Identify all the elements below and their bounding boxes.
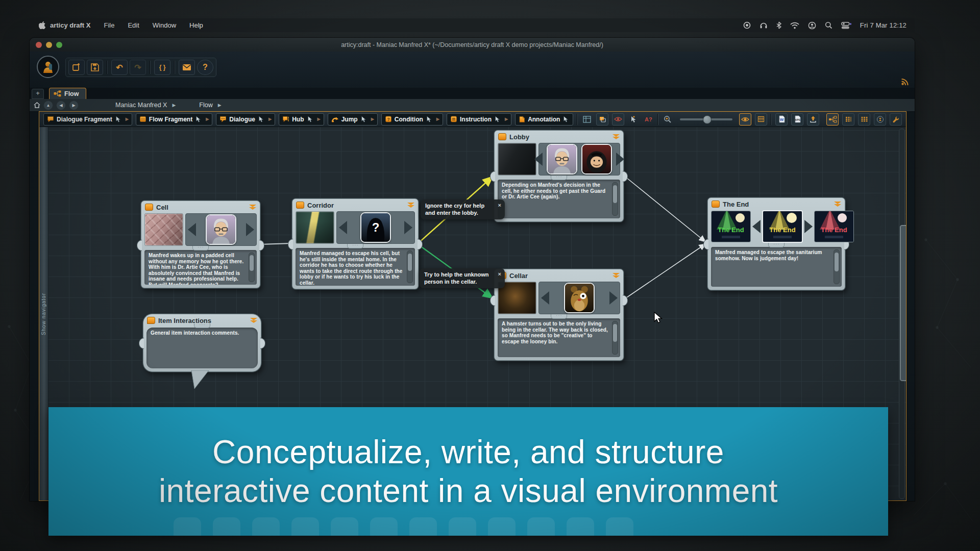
input-pin[interactable] [703, 239, 708, 250]
collapse-chevron-icon[interactable] [250, 318, 258, 323]
help-button[interactable]: ? [197, 60, 213, 75]
grid-large-icon[interactable] [858, 113, 870, 126]
save-button[interactable] [87, 60, 103, 75]
focus-mode-icon[interactable] [739, 113, 751, 126]
flow-node-cellar[interactable]: Cellar · · · [494, 269, 624, 361]
minimize-window-button[interactable] [46, 42, 52, 48]
control-center-icon[interactable] [841, 22, 851, 29]
navigator-collapsed-strip[interactable]: Show navigator [39, 127, 48, 500]
close-window-button[interactable] [36, 42, 42, 48]
collapse-chevron-icon[interactable] [249, 205, 257, 210]
palette-condition-button[interactable]: ? Condition ▶ [381, 113, 443, 126]
node-scrollbar[interactable] [407, 251, 413, 283]
portrait-hamster[interactable] [564, 283, 595, 313]
palette-dropdown-icon[interactable]: ▶ [268, 117, 272, 121]
close-icon[interactable]: × [498, 271, 501, 278]
user-account-icon[interactable] [808, 21, 816, 30]
flow-node-cell[interactable]: Cell · · · [141, 201, 260, 288]
carousel-right-icon[interactable] [404, 221, 412, 234]
presentation-mode-icon[interactable] [874, 113, 886, 126]
flow-node-item-interactions[interactable]: Item Interactions · · · General item int… [143, 314, 261, 372]
menubar-app-name[interactable]: articy draft X [50, 21, 90, 29]
menu-window[interactable]: Window [153, 21, 176, 29]
zoom-window-button[interactable] [56, 42, 62, 48]
node-scrollbar[interactable] [834, 249, 840, 284]
export-xps-icon[interactable]: XPS [791, 113, 803, 126]
scroll-thumb[interactable] [835, 253, 839, 271]
collapse-chevron-icon[interactable] [834, 202, 842, 207]
scroll-thumb[interactable] [613, 185, 617, 203]
minimap-icon[interactable] [755, 113, 767, 126]
portrait-dr-artie-cee[interactable] [547, 144, 577, 174]
output-pin[interactable] [623, 295, 628, 306]
location-thumbnail-corridor[interactable] [296, 211, 334, 244]
node-text-area[interactable]: General item interaction comments. [146, 328, 258, 368]
carousel-right-icon[interactable] [609, 291, 618, 305]
flow-node-lobby[interactable]: Lobby · · · [494, 130, 624, 222]
breadcrumb-separator-icon[interactable]: ▶ [218, 103, 222, 108]
resize-handle[interactable]: · · · [768, 243, 785, 247]
breadcrumb-project[interactable]: Maniac Manfred X [115, 102, 167, 109]
scroll-thumb[interactable] [250, 255, 254, 271]
export-upload-icon[interactable] [807, 113, 819, 126]
carousel-left-icon[interactable] [534, 153, 543, 166]
palette-flow-fragment-button[interactable]: Flow Fragment ▶ [136, 113, 213, 126]
node-header[interactable]: Corridor [292, 199, 418, 210]
screen-record-icon[interactable] [743, 21, 751, 29]
mail-feedback-button[interactable] [179, 60, 195, 75]
menu-edit[interactable]: Edit [128, 21, 139, 29]
layers-icon[interactable] [596, 113, 608, 126]
node-text-area[interactable]: Manfred managed to escape the sanitarium… [711, 247, 842, 287]
ending-thumbnail-yellow[interactable]: The End [762, 210, 803, 243]
carousel-right-icon[interactable] [804, 220, 813, 233]
node-header[interactable]: Cellar [495, 269, 623, 281]
node-text-area[interactable]: A hamster turns out to be the only livin… [498, 318, 620, 357]
pointer-mode-icon[interactable] [628, 114, 639, 125]
window-titlebar[interactable]: articy:draft - Maniac Manfred X* (~/Docu… [30, 38, 915, 52]
palette-jump-button[interactable]: Jump ▶ [328, 113, 378, 126]
output-pin[interactable] [418, 239, 423, 250]
ending-thumbnail-green[interactable]: The End [711, 211, 751, 242]
zoom-slider-knob[interactable] [703, 115, 712, 124]
scroll-thumb[interactable] [408, 254, 412, 271]
visibility-eye-icon[interactable] [612, 113, 624, 126]
scroll-thumb[interactable] [613, 324, 617, 342]
menu-file[interactable]: File [104, 21, 114, 29]
bluetooth-icon[interactable] [776, 21, 781, 29]
collapse-chevron-icon[interactable] [612, 273, 620, 278]
breadcrumb-flow[interactable]: Flow [199, 102, 212, 109]
node-text-area[interactable]: Manfred wakes up in a padded cell withou… [144, 250, 257, 285]
node-header[interactable]: Lobby [495, 131, 623, 142]
flow-node-the-end[interactable]: The End The End [707, 197, 845, 290]
zoom-magnifier-icon[interactable] [662, 114, 673, 125]
script-braces-button[interactable]: { } [154, 60, 170, 75]
output-pin[interactable] [260, 338, 265, 349]
palette-dropdown-icon[interactable]: ▶ [126, 117, 129, 121]
node-scrollbar[interactable] [249, 253, 255, 282]
palette-dialogue-button[interactable]: Dialogue ▶ [216, 113, 275, 126]
carousel-left-icon[interactable] [752, 220, 761, 233]
live-updates-icon[interactable] [901, 79, 910, 86]
show-navigator-label[interactable]: Show navigator [41, 293, 46, 335]
grid-small-icon[interactable] [842, 113, 854, 126]
connections-view-icon[interactable] [826, 113, 839, 126]
palette-dialogue-fragment-button[interactable]: Dialogue Fragment ▶ [43, 113, 132, 126]
menu-help[interactable]: Help [189, 21, 203, 29]
home-icon[interactable] [34, 101, 40, 110]
carousel-left-icon[interactable] [541, 291, 549, 305]
table-view-icon[interactable] [581, 114, 593, 125]
zoom-slider[interactable] [680, 118, 732, 120]
add-tab-button[interactable]: + [32, 89, 44, 99]
node-header[interactable]: The End [708, 198, 845, 209]
portrait-guard[interactable] [581, 144, 612, 174]
navigate-forward-button[interactable]: ▶ [69, 101, 79, 110]
spellcheck-icon[interactable]: A? [643, 114, 654, 125]
carousel-right-icon[interactable] [246, 223, 254, 236]
palette-dropdown-icon[interactable]: ▶ [505, 117, 508, 121]
input-pin[interactable] [139, 338, 144, 349]
location-thumbnail-lobby[interactable] [498, 143, 536, 176]
resize-handle[interactable]: · · · [551, 176, 567, 180]
resize-handle[interactable]: · · · [551, 314, 567, 319]
user-avatar-button[interactable] [37, 56, 59, 78]
headphones-icon[interactable] [760, 21, 768, 29]
